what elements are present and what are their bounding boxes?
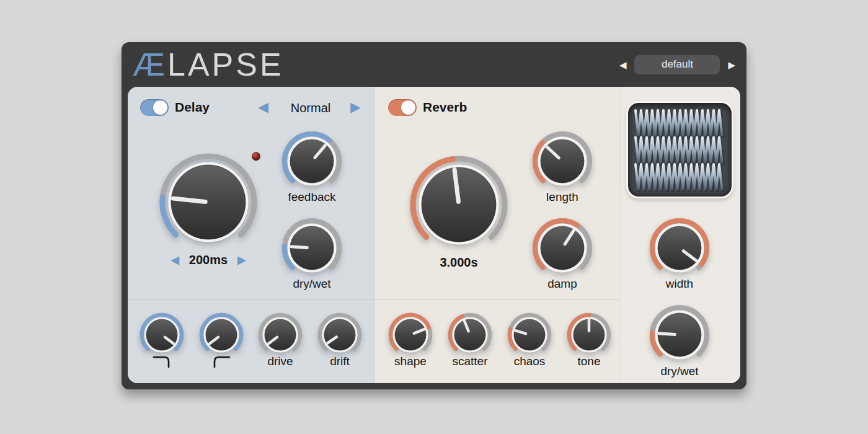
reverb-size-knob[interactable] [407,153,511,257]
reverb-scatter-label: scatter [439,355,501,368]
delay-drive-label: drive [249,355,311,368]
delay-highpass-knob[interactable] [198,312,244,358]
delay-drive-knob[interactable] [257,312,303,358]
reverb-shape-knob[interactable] [388,312,433,358]
delay-feedback-label: feedback [268,190,355,204]
delay-time-increase-icon[interactable]: ▶ [237,255,246,265]
reverb-shape-label: shape [379,355,441,368]
preset-next-icon[interactable]: ▶ [728,60,735,69]
output-width-label: width [636,277,723,291]
delay-time-decrease-icon[interactable]: ◀ [171,255,179,265]
preset-name: default [662,58,693,71]
delay-time-value-row: ◀ 200ms ▶ [146,253,270,267]
output-drywet-label: dry/wet [636,365,723,378]
reverb-size-value: 3.000s [415,255,502,270]
delay-title: Delay [175,100,210,115]
output-width-knob[interactable] [649,217,711,279]
reverb-scatter-knob[interactable] [447,312,493,358]
delay-mode-next-icon[interactable]: ▶ [350,100,361,114]
delay-drift-label: drift [309,355,371,368]
delay-sync-led [252,152,260,161]
spring-reverb-image [626,101,733,198]
preset-selector: ◀ default ▶ [619,55,735,74]
highpass-filter-icon [211,352,232,370]
reverb-subsection-divider [374,299,620,300]
delay-subsection-divider [128,299,374,300]
delay-mode-label[interactable]: Normal [277,101,345,115]
delay-drift-knob[interactable] [317,312,363,358]
preset-box[interactable]: default [634,55,720,74]
reverb-chaos-knob[interactable] [507,312,552,358]
divider-delay-reverb [374,87,375,383]
reverb-toggle[interactable] [388,99,417,116]
reverb-tone-label: tone [558,355,620,368]
reverb-tone-knob[interactable] [566,312,612,358]
header-bar: ÆLAPSE ◀ default ▶ [122,42,746,87]
delay-mode-prev-icon[interactable]: ◀ [258,100,268,114]
lowpass-filter-icon [151,352,172,370]
delay-drywet-knob[interactable] [281,217,343,279]
plugin-window: ÆLAPSE ◀ default ▶ Delay ◀ Normal ▶ ◀ 20… [122,42,746,389]
delay-toggle[interactable] [140,99,169,116]
plugin-logo: ÆLAPSE [133,48,284,81]
delay-time-value: 200ms [189,253,228,267]
reverb-damp-knob[interactable] [531,217,593,279]
delay-drywet-label: dry/wet [268,277,355,291]
delay-lowpass-knob[interactable] [139,312,185,358]
reverb-title: Reverb [423,100,467,115]
reverb-toggle-thumb [401,100,415,115]
reverb-length-knob[interactable] [531,130,593,192]
delay-feedback-knob[interactable] [281,130,343,192]
reverb-damp-label: damp [519,277,606,291]
delay-time-knob[interactable] [156,150,260,254]
reverb-chaos-label: chaos [498,355,560,368]
output-drywet-knob[interactable] [649,304,711,366]
logo-rest: LAPSE [167,46,284,82]
preset-prev-icon[interactable]: ◀ [619,60,627,69]
logo-ae: Æ [133,46,167,82]
spring-coils [628,103,732,197]
reverb-length-label: length [519,190,606,204]
main-panel: Delay ◀ Normal ▶ ◀ 200ms ▶ feedback dry/… [128,87,740,383]
delay-toggle-thumb [153,100,167,115]
divider-reverb-output [620,87,621,383]
